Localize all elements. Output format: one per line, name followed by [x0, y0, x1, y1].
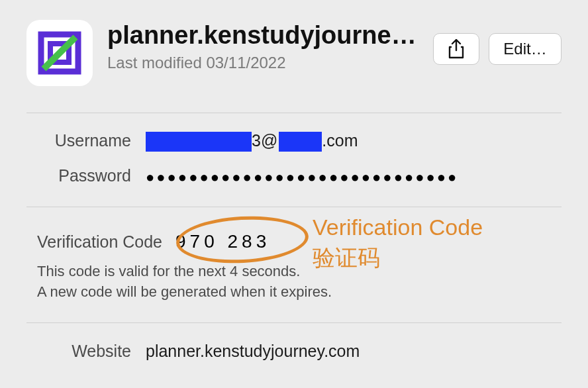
username-suffix: .com — [322, 131, 358, 150]
website-label: Website — [26, 342, 146, 361]
verification-code[interactable]: 970 283 — [175, 231, 270, 252]
username-value[interactable]: 3@.com — [146, 130, 358, 150]
annotation-text: Verification Code 验证码 — [313, 213, 483, 273]
last-modified: Last modified 03/11/2022 — [107, 54, 418, 72]
redacted-domain-part — [279, 132, 322, 152]
annotation-en: Verification Code — [313, 213, 483, 243]
verification-section: Verification Code 970 283 Verification C… — [26, 207, 562, 323]
website-value[interactable]: planner.kenstudyjourney.com — [146, 342, 360, 361]
page-title: planner.kenstudyjourne… — [107, 21, 418, 50]
share-button[interactable] — [433, 33, 479, 65]
header: planner.kenstudyjourne… Last modified 03… — [26, 20, 562, 113]
share-icon — [448, 39, 465, 59]
planner-logo-icon — [37, 30, 82, 75]
app-icon — [26, 20, 93, 86]
edit-button[interactable]: Edit… — [489, 33, 562, 65]
redacted-username-part — [146, 132, 252, 152]
username-at: 3@ — [252, 131, 277, 150]
password-label: Password — [26, 166, 146, 185]
verification-note-1: This code is valid for the next 4 second… — [37, 262, 562, 282]
website-section: Website planner.kenstudyjourney.com — [26, 323, 562, 379]
username-label: Username — [26, 131, 146, 150]
password-value[interactable]: ●●●●●●●●●●●●●●●●●●●●●●●●●●●●● — [146, 169, 458, 186]
verification-label: Verification Code — [26, 232, 162, 252]
edit-button-label: Edit… — [503, 40, 546, 58]
annotation-zh: 验证码 — [313, 243, 483, 273]
credentials-section: Username 3@.com Password ●●●●●●●●●●●●●●●… — [26, 113, 562, 207]
verification-note-2: A new code will be generated when it exp… — [37, 282, 562, 303]
